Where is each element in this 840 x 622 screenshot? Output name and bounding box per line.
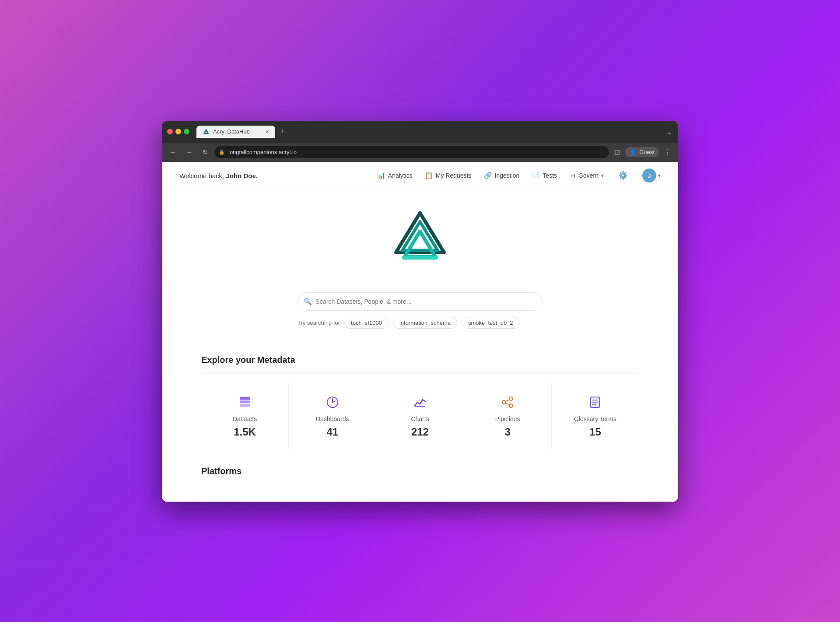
- charts-label: Charts: [411, 415, 429, 422]
- extensions-button[interactable]: ⊡: [612, 146, 622, 158]
- back-button[interactable]: ←: [167, 146, 179, 158]
- dashboards-icon: [324, 394, 341, 411]
- explore-section-title: Explore your Metadata: [201, 355, 639, 365]
- address-input[interactable]: [214, 146, 609, 158]
- govern-link[interactable]: 🖥 Govern ▾: [569, 172, 604, 179]
- search-chip-2[interactable]: smoke_test_db_2: [462, 317, 520, 329]
- browser-actions: ⊡ 👤 Guest ⋮: [612, 146, 673, 158]
- my-requests-label: My Requests: [436, 172, 472, 179]
- address-bar: ← → ↻ 🔒 ⊡ 👤 Guest ⋮: [162, 143, 678, 162]
- search-chip-0[interactable]: tpch_sf1000: [344, 317, 388, 329]
- nav-links: 📊 Analytics 📋 My Requests 🔗 Ingestion 📄 …: [377, 169, 661, 183]
- my-requests-link[interactable]: 📋 My Requests: [425, 172, 472, 179]
- govern-chevron-icon: ▾: [601, 172, 604, 179]
- svg-rect-8: [240, 404, 250, 407]
- user-avatar-wrapper[interactable]: J ▾: [642, 169, 661, 183]
- explore-section: Explore your Metadata Datasets: [201, 355, 639, 449]
- platforms-section-title: Platforms: [201, 466, 639, 476]
- welcome-label: Welcome back,: [179, 172, 226, 179]
- logo-container: [392, 207, 448, 279]
- more-options-button[interactable]: ⋮: [662, 146, 673, 158]
- tests-link[interactable]: 📄 Tests: [532, 172, 557, 179]
- charts-count: 212: [411, 426, 429, 438]
- user-icon: 👤: [630, 149, 637, 155]
- app-container: Welcome back, John Doe. 📊 Analytics 📋 My…: [162, 162, 678, 502]
- svg-point-10: [332, 401, 333, 403]
- address-wrapper: 🔒: [214, 146, 609, 158]
- ingestion-link[interactable]: 🔗 Ingestion: [484, 172, 520, 179]
- tab-area: Acryl DataHub × +: [196, 125, 663, 138]
- user-avatar: J: [642, 169, 656, 183]
- maximize-button[interactable]: [184, 129, 189, 134]
- datasets-card[interactable]: Datasets 1.5K: [201, 383, 289, 449]
- dashboards-count: 41: [326, 426, 338, 438]
- analytics-icon: 📊: [377, 172, 385, 179]
- ingestion-label: Ingestion: [495, 172, 520, 179]
- svg-point-14: [509, 404, 513, 408]
- dashboards-card[interactable]: Dashboards 41: [289, 383, 376, 449]
- os-window: Acryl DataHub × + ⌄ ← → ↻ 🔒 ⊡ 👤 Guest ⋮: [162, 121, 678, 502]
- close-button[interactable]: [167, 129, 173, 134]
- section-divider: [201, 372, 639, 372]
- tests-label: Tests: [542, 172, 557, 179]
- dashboards-label: Dashboards: [316, 415, 349, 422]
- search-icon: 🔍: [304, 298, 312, 306]
- search-input[interactable]: [298, 292, 542, 311]
- svg-point-12: [502, 401, 506, 404]
- app-nav: Welcome back, John Doe. 📊 Analytics 📋 My…: [162, 162, 678, 190]
- search-container: 🔍 Try searching for tpch_sf1000 informat…: [298, 292, 542, 329]
- avatar-chevron-icon: ▾: [658, 172, 661, 179]
- active-tab[interactable]: Acryl DataHub ×: [196, 126, 275, 138]
- glossary-terms-label: Glossary Terms: [574, 415, 616, 422]
- analytics-link[interactable]: 📊 Analytics: [377, 172, 413, 179]
- metadata-cards: Datasets 1.5K: [201, 383, 639, 449]
- lock-icon: 🔒: [219, 149, 225, 155]
- user-chip[interactable]: 👤 Guest: [625, 147, 659, 157]
- tests-icon: 📄: [532, 172, 540, 179]
- datasets-icon: [236, 394, 254, 411]
- govern-icon: 🖥: [569, 172, 576, 179]
- tab-close-icon[interactable]: ×: [266, 129, 269, 135]
- platforms-section: Platforms: [201, 466, 639, 483]
- glossary-terms-card[interactable]: Glossary Terms 15: [552, 383, 639, 449]
- search-wrapper: 🔍: [298, 292, 542, 311]
- try-searching: Try searching for tpch_sf1000 informatio…: [298, 317, 542, 329]
- svg-rect-7: [240, 401, 250, 403]
- govern-label: Govern: [578, 172, 598, 179]
- settings-button[interactable]: ⚙️: [616, 169, 630, 183]
- tab-favicon: [203, 128, 210, 135]
- pipelines-icon: [499, 394, 516, 411]
- svg-line-16: [506, 403, 509, 405]
- main-content: 🔍 Try searching for tpch_sf1000 informat…: [162, 190, 678, 496]
- datasets-label: Datasets: [233, 415, 257, 422]
- pipelines-label: Pipelines: [495, 415, 520, 422]
- charts-icon: [411, 394, 429, 411]
- svg-point-13: [509, 397, 513, 401]
- svg-rect-6: [240, 397, 250, 400]
- search-chip-1[interactable]: information_schema: [393, 317, 457, 329]
- forward-button[interactable]: →: [183, 146, 195, 158]
- glossary-icon: [586, 394, 604, 411]
- welcome-text: Welcome back, John Doe.: [179, 172, 258, 179]
- traffic-lights: [167, 129, 189, 134]
- ingestion-icon: 🔗: [484, 172, 492, 179]
- new-tab-button[interactable]: +: [277, 125, 289, 138]
- try-label: Try searching for: [298, 320, 340, 326]
- user-label: Guest: [639, 149, 654, 155]
- pipelines-count: 3: [505, 426, 511, 438]
- username: John Doe.: [226, 172, 258, 179]
- glossary-terms-count: 15: [589, 426, 601, 438]
- acryl-logo: [392, 207, 448, 278]
- charts-card[interactable]: Charts 212: [376, 383, 464, 449]
- tab-title: Acryl DataHub: [213, 128, 250, 135]
- datasets-count: 1.5K: [234, 426, 256, 438]
- analytics-label: Analytics: [388, 172, 413, 179]
- window-controls: ⌄: [666, 127, 673, 137]
- refresh-button[interactable]: ↻: [199, 146, 211, 158]
- minimize-button[interactable]: [175, 129, 181, 134]
- pipelines-card[interactable]: Pipelines 3: [464, 383, 552, 449]
- title-bar: Acryl DataHub × + ⌄: [162, 121, 678, 143]
- clipboard-icon: 📋: [425, 172, 433, 179]
- svg-line-15: [506, 400, 509, 401]
